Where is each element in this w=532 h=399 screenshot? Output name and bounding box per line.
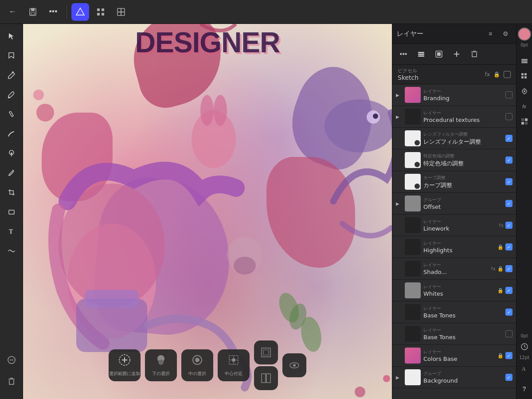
help-button[interactable]: ?	[518, 382, 531, 395]
fx-icon-button[interactable]: fx	[518, 100, 531, 113]
back-button[interactable]: ←	[4, 3, 21, 21]
select-center-button[interactable]: 中の選択	[181, 349, 213, 381]
panel-menu-button[interactable]: ≡	[484, 27, 497, 40]
center-near-button[interactable]: 中心付近	[218, 349, 250, 381]
delete-bottom-button[interactable]	[3, 351, 20, 369]
layer-colors-base[interactable]: レイヤー Colors Base 🔒 ✓	[392, 345, 516, 367]
shapes-button[interactable]	[112, 3, 130, 21]
background-check[interactable]: ✓	[505, 374, 512, 381]
color-swatch[interactable]	[518, 27, 531, 41]
eyedropper-tool[interactable]	[3, 164, 20, 182]
branding-sublabel: レイヤー	[423, 88, 503, 94]
layer-delete-button[interactable]	[467, 47, 482, 62]
stroke-width-2-label: 0pt	[520, 333, 528, 338]
curve-check[interactable]: ✓	[505, 178, 512, 185]
transform-icon-button[interactable]	[518, 85, 531, 98]
lens-thumb	[405, 130, 421, 146]
panel-settings-button[interactable]: ⚙	[499, 27, 512, 40]
node-tool[interactable]	[3, 47, 20, 65]
panel-title: レイヤー	[397, 30, 481, 38]
layer-curve[interactable]: カーブ調整 カーブ調整 ✓	[392, 171, 516, 193]
branding-check[interactable]	[505, 91, 512, 98]
layer-stack-button[interactable]	[414, 47, 429, 62]
base-tones-1-icons: ✓	[505, 309, 512, 316]
layer-whites[interactable]: レイヤー Whites 🔒 ✓	[392, 280, 516, 301]
brush-tool[interactable]	[3, 86, 20, 104]
grid-icon-button[interactable]	[518, 70, 531, 83]
svg-rect-74	[521, 76, 524, 78]
highlights-check[interactable]: ✓	[505, 243, 512, 250]
affinity-button[interactable]	[71, 3, 89, 21]
layer-color-area[interactable]: 特定色域の調整 特定色域の調整 ✓	[392, 149, 516, 171]
layer-options-button[interactable]: •••	[396, 47, 411, 62]
lens-check[interactable]: ✓	[505, 135, 512, 142]
linework-check[interactable]: ✓	[505, 222, 512, 229]
linework-fx-icon[interactable]: fx	[499, 223, 504, 228]
offset-check[interactable]: ✓	[505, 200, 512, 207]
base-tones-1-check[interactable]: ✓	[505, 309, 512, 316]
select-below-button[interactable]: 下の選択	[145, 349, 177, 381]
layer-mask-button[interactable]	[431, 47, 446, 62]
linework-sublabel: レイヤー	[423, 219, 497, 225]
add-selection-button[interactable]: 選択範囲に追加	[109, 349, 141, 381]
text-tool[interactable]: T	[3, 223, 20, 240]
pixel-view-button[interactable]	[518, 115, 531, 128]
layer-add-button[interactable]	[449, 47, 464, 62]
layer-offset[interactable]: ▶ グループ Offset ✓	[392, 193, 516, 215]
colors-base-lock-icon: 🔒	[497, 353, 504, 359]
layer-base-tones-2[interactable]: レイヤー Base Tones	[392, 323, 516, 345]
sketch-checkbox[interactable]	[504, 71, 511, 78]
procedural-check[interactable]	[505, 113, 512, 120]
right-icon-strip: 0pt fx 0pt 12pt	[516, 24, 532, 399]
highlights-icons: 🔒 ✓	[497, 243, 512, 250]
rectangle-tool[interactable]	[3, 203, 20, 221]
svg-rect-57	[263, 350, 269, 355]
colors-base-check[interactable]: ✓	[505, 352, 512, 359]
linework-info: レイヤー Linework	[423, 219, 497, 232]
frame2-button[interactable]	[254, 366, 278, 390]
more-button[interactable]: •••	[44, 3, 62, 21]
color-area-check[interactable]: ✓	[505, 156, 512, 164]
add-selection-label: 選択範囲に追加	[109, 371, 140, 377]
pen-tool[interactable]	[3, 66, 20, 84]
crop-tool[interactable]	[3, 184, 20, 201]
select-tool[interactable]	[3, 27, 20, 45]
text-format-button[interactable]: A	[518, 362, 531, 375]
frame1-button[interactable]	[254, 340, 278, 364]
smudge-tool[interactable]	[3, 242, 20, 260]
fill-tool[interactable]	[3, 145, 20, 162]
save-button[interactable]	[24, 3, 42, 21]
eye-button[interactable]	[282, 353, 306, 377]
svg-rect-9	[117, 8, 121, 12]
layer-base-tones-1[interactable]: レイヤー Base Tones ✓	[392, 301, 516, 323]
offset-info: グループ Offset	[423, 197, 503, 210]
top-toolbar: ← •••	[0, 0, 532, 24]
color-area-thumb	[405, 152, 421, 168]
layer-highlights[interactable]: レイヤー Highlights 🔒 ✓	[392, 236, 516, 258]
grid-button[interactable]	[92, 3, 110, 21]
shadow-check[interactable]: ✓	[505, 265, 512, 272]
canvas-area[interactable]: DESIGNER	[23, 24, 392, 399]
layer-branding[interactable]: ▶ レイヤー Branding	[392, 84, 516, 106]
procedural-thumb	[405, 109, 421, 125]
shadow-fx-icon[interactable]: fx	[491, 266, 496, 272]
layers-icon-button[interactable]	[518, 55, 531, 68]
layer-lens-filter[interactable]: レンズフィルター調整 レンズフィルター調整 ✓	[392, 128, 516, 149]
clock-icon-button[interactable]	[518, 340, 531, 353]
svg-point-17	[11, 153, 12, 154]
vector-brush-tool[interactable]	[3, 125, 20, 143]
layer-shadow[interactable]: レイヤー Shado... fx 🔒 ✓	[392, 258, 516, 280]
layer-background[interactable]: ▶ グループ Background ✓	[392, 367, 516, 388]
sketch-fx-icon[interactable]: fx	[485, 71, 490, 78]
offset-icons: ✓	[505, 200, 512, 207]
layer-linework[interactable]: レイヤー Linework fx ✓	[392, 215, 516, 236]
lens-sublabel: レンズフィルター調整	[423, 131, 503, 137]
whites-check[interactable]: ✓	[505, 287, 512, 294]
pencil-tool[interactable]	[3, 106, 20, 123]
layer-procedural[interactable]: ▶ レイヤー Procedural textures	[392, 106, 516, 128]
svg-rect-2	[31, 12, 35, 15]
trash-button[interactable]	[3, 372, 20, 390]
svg-rect-56	[262, 348, 270, 357]
base-tones-2-check[interactable]	[505, 330, 512, 337]
separator	[66, 5, 67, 19]
